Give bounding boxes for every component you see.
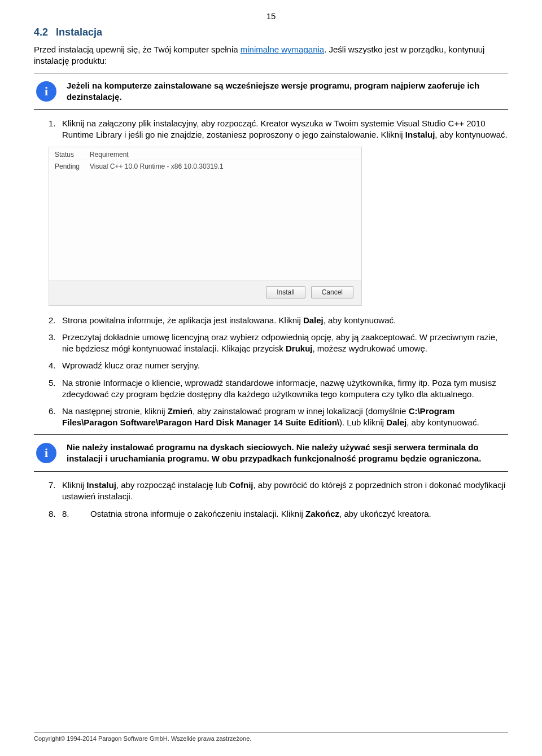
t: , aby kontynuować. [435, 130, 507, 139]
info-text-2: Nie należy instalować programu na dyskac… [67, 442, 508, 465]
intro-pre: Przed instalacją upewnij się, że Twój ko… [34, 45, 241, 54]
footer-copyright: Copyright© 1994-2014 Paragon Software Gm… [34, 732, 508, 742]
t: , aby ukończyć kreatora. [339, 509, 431, 518]
step-5: 5. Na stronie Informacje o kliencie, wpr… [49, 377, 508, 401]
step-6: 6. Na następnej stronie, kliknij Zmień, … [49, 406, 508, 429]
t: , aby rozpocząć instalację lub [116, 480, 229, 490]
step-num: 4. [49, 360, 62, 371]
t: Przeczytaj dokładnie umowę licencyjną or… [62, 332, 497, 353]
b: Cofnij [229, 480, 253, 490]
section-number: 4.2 [34, 27, 48, 38]
info-icon: i [36, 443, 56, 463]
t: Kliknij [62, 480, 86, 490]
step-num: 1. [49, 118, 62, 141]
info-text-1: Jeżeli na komputerze zainstalowane są wc… [67, 80, 508, 103]
b: Zakończ [305, 509, 339, 518]
t: Ostatnia strona informuje o zakończeniu … [90, 509, 305, 518]
b: Dalej [386, 417, 406, 427]
b: Zmień [168, 406, 193, 416]
t: Na stronie Informacje o kliencie, wprowa… [62, 378, 496, 399]
info-icon: i [36, 81, 56, 102]
step-num: 6. [49, 406, 62, 429]
cell-status: Pending [55, 162, 80, 170]
t: Na następnej stronie, kliknij [62, 406, 168, 416]
b: Instaluj [405, 130, 435, 139]
t: ). Lub kliknij [339, 417, 386, 427]
step-7: 7. Kliknij Instaluj, aby rozpocząć insta… [49, 480, 508, 503]
step-3: 3. Przeczytaj dokładnie umowę licencyjną… [49, 332, 508, 355]
intro-paragraph: Przed instalacją upewnij się, że Twój ko… [34, 44, 508, 67]
t: Wprowadź klucz oraz numer seryjny. [62, 361, 200, 370]
step-1: 1. Kliknij na załączony plik instalacyjn… [49, 118, 508, 141]
t: , aby zainstalować program w innej lokal… [193, 406, 409, 416]
min-req-link[interactable]: minimalne wymagania [241, 45, 324, 54]
b: Drukuj [286, 344, 313, 353]
page-number: 15 [34, 11, 508, 21]
t: Strona powitalna informuje, że aplikacja… [62, 315, 303, 325]
step-num: 3. [49, 332, 62, 355]
t: 8. [62, 509, 69, 518]
b: Dalej [303, 315, 324, 325]
installer-screenshot: Status Requirement Pending Visual C++ 10… [49, 147, 362, 306]
cancel-button[interactable]: Cancel [311, 286, 353, 298]
install-button[interactable]: Install [266, 286, 305, 298]
cell-requirement: Visual C++ 10.0 Runtime - x86 10.0.30319… [90, 162, 356, 170]
step-4: 4. Wprowadź klucz oraz numer seryjny. [49, 360, 508, 371]
section-heading: 4.2Instalacja [34, 27, 508, 38]
info-block-1: i Jeżeli na komputerze zainstalowane są … [34, 73, 508, 111]
col-status: Status [55, 151, 80, 159]
step-8: 8. 8. Ostatnia strona informuje o zakońc… [49, 508, 508, 520]
step-num: 8. [49, 508, 62, 520]
col-requirement: Requirement [90, 151, 356, 159]
step-num: 7. [49, 480, 62, 503]
section-title: Instalacja [56, 27, 102, 38]
table-row: Pending Visual C++ 10.0 Runtime - x86 10… [49, 160, 361, 173]
t: , aby kontynuować. [324, 315, 396, 325]
t: , możesz wydrukować umowę. [313, 344, 427, 353]
t: , aby kontynuować. [406, 417, 479, 427]
b: Instaluj [86, 480, 116, 490]
step-2: 2. Strona powitalna informuje, że aplika… [49, 315, 508, 326]
info-block-2: i Nie należy instalować programu na dysk… [34, 434, 508, 472]
step-num: 5. [49, 377, 62, 401]
step-num: 2. [49, 315, 62, 326]
